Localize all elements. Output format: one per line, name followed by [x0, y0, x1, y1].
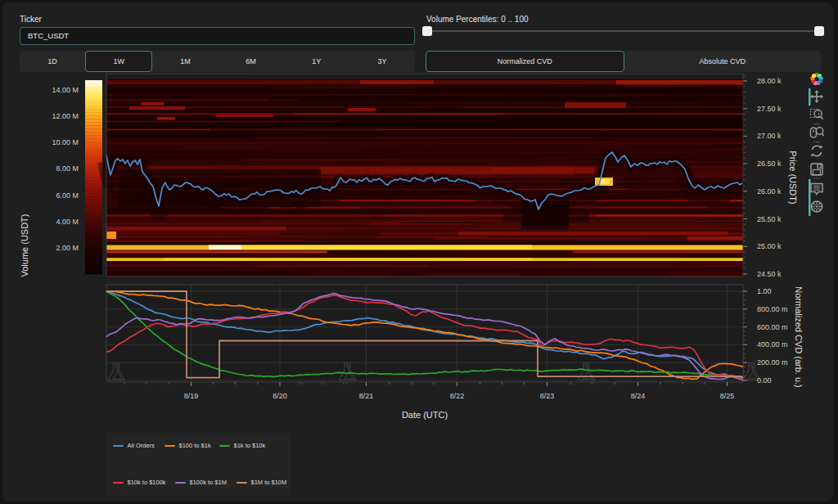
svg-text:10.00 M: 10.00 M [52, 138, 79, 146]
svg-text:28.00 k: 28.00 k [757, 77, 782, 85]
svg-text:8/25: 8/25 [720, 392, 735, 400]
svg-text:200.00 m: 200.00 m [757, 358, 788, 367]
svg-text:8.00 M: 8.00 M [56, 164, 79, 173]
svg-text:24.50 k: 24.50 k [757, 270, 782, 278]
svg-text:600.00 m: 600.00 m [757, 323, 788, 331]
svg-text:400.00 m: 400.00 m [757, 340, 788, 349]
svg-text:6.00 M: 6.00 M [56, 191, 79, 200]
svg-text:25.00 k: 25.00 k [757, 242, 782, 250]
svg-text:Volume (USDT): Volume (USDT) [20, 214, 29, 277]
svg-text:8/23: 8/23 [540, 392, 555, 400]
svg-text:4.00 M: 4.00 M [56, 218, 79, 226]
svg-text:27.00 k: 27.00 k [757, 132, 782, 140]
svg-text:25.50 k: 25.50 k [757, 215, 782, 223]
svg-text:800.00 m: 800.00 m [757, 305, 788, 313]
svg-text:12.00 M: 12.00 M [52, 112, 79, 120]
svg-text:26.50 k: 26.50 k [757, 160, 782, 168]
svg-text:8/24: 8/24 [631, 392, 646, 400]
svg-text:Normalized CVD (arb. u.): Normalized CVD (arb. u.) [794, 286, 804, 387]
svg-text:0.00: 0.00 [757, 376, 772, 385]
svg-text:27.50 k: 27.50 k [757, 105, 782, 113]
svg-text:8/20: 8/20 [273, 392, 287, 400]
svg-text:8/22: 8/22 [450, 392, 465, 400]
svg-text:8/19: 8/19 [184, 392, 199, 400]
svg-text:Date (UTC): Date (UTC) [402, 410, 448, 420]
svg-text:26.00 k: 26.00 k [757, 187, 782, 196]
svg-text:1.00: 1.00 [757, 287, 772, 295]
svg-text:Price (USDT): Price (USDT) [788, 151, 798, 204]
svg-text:2.00 M: 2.00 M [56, 244, 79, 252]
svg-text:8/21: 8/21 [359, 392, 374, 400]
svg-text:14.00 M: 14.00 M [52, 86, 79, 94]
